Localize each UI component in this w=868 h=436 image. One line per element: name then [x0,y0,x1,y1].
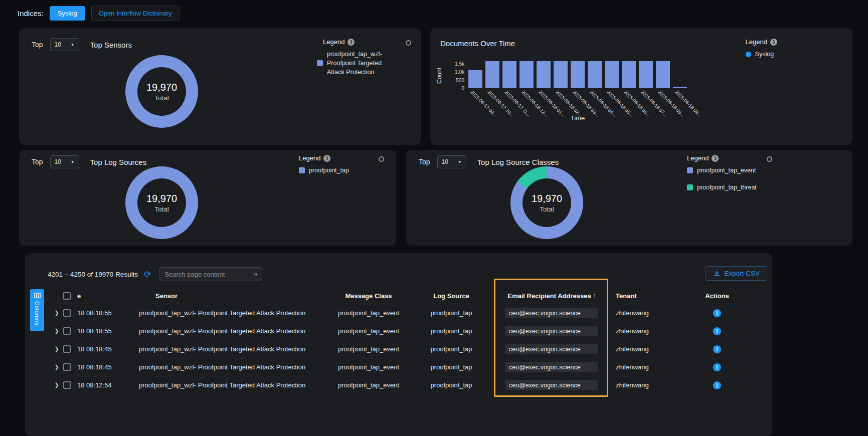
column-header-tenant[interactable]: Tenant [612,292,677,300]
open-interflow-dictionary-button[interactable]: Open Interflow Dictionary [91,6,180,21]
info-icon[interactable]: i [713,309,721,317]
legend-toggle-icon[interactable]: ❯ [348,39,355,46]
search-icon [254,271,258,278]
chevron-down-icon: ▼ [71,43,75,47]
bar [639,61,653,88]
export-csv-button[interactable]: Export CSV [706,266,767,281]
tenant-cell: zhifenwang [612,309,677,317]
donut-total-value: 19,970 [146,82,177,93]
results-summary: 4201 – 4250 of 19970 Results [48,271,138,278]
legend-swatch-icon [687,167,693,173]
columns-button[interactable]: Columns [30,289,44,331]
panel-title: Top Log Sources [90,158,147,166]
tenant-cell: zhifenwang [612,381,677,389]
email-recipient-cell[interactable]: ceo@exec.vogon.science [505,308,598,318]
info-icon[interactable]: i [713,381,721,389]
table-row[interactable]: ❯ 18 08:18:45 proofpoint_tap_wzf- Proofp… [50,340,765,358]
bar-plot-area [468,60,687,88]
legend-label: proofpoint_tap_threat [697,183,757,192]
y-tick-label: 500 [456,78,464,83]
top-count-select[interactable]: 10 ▼ [437,155,466,168]
panel-title: Documents Over Time [430,28,852,48]
expand-chevron-icon[interactable]: ❯ [50,310,63,316]
top-log-sources-donut-chart[interactable]: 19,970 Total [125,166,198,239]
sensor-cell: proofpoint_tap_wzf- Proofpoint Targeted … [135,363,326,371]
indices-label: Indices: [18,9,44,18]
message-class-cell: proofpoint_tap_event [326,381,411,389]
column-header-log-source[interactable]: Log Source [411,292,491,300]
syslog-index-button[interactable]: Syslog [50,6,85,21]
legend-title: Legend [323,38,344,46]
column-header-time[interactable]: e [76,292,135,300]
refresh-icon[interactable]: ⟳ [144,270,151,279]
sensor-cell: proofpoint_tap_wzf- Proofpoint Targeted … [135,381,326,389]
y-axis-label: Count [436,68,443,84]
x-axis-label: Time [468,114,687,122]
email-recipient-cell[interactable]: ceo@exec.vogon.science [505,326,598,336]
legend-item[interactable]: Syslog [746,50,777,59]
y-axis-ticks: 1.5k1.0k5000 [447,60,464,88]
collapse-circle-icon[interactable] [767,156,772,162]
top-label: Top [419,158,430,166]
row-checkbox[interactable] [63,345,71,353]
legend-title: Legend [299,154,320,162]
email-recipient-cell[interactable]: ceo@exec.vogon.science [505,380,598,390]
legend-toggle-icon[interactable]: ❯ [323,155,330,162]
time-cell: 18 08:18:45 [76,345,135,353]
panel-title: Top Log Source Classes [477,158,559,166]
expand-chevron-icon[interactable]: ❯ [50,328,63,334]
row-checkbox[interactable] [63,309,71,317]
info-icon[interactable]: i [713,363,721,371]
expand-chevron-icon[interactable]: ❯ [50,382,63,388]
chevron-down-icon: ▼ [71,160,75,164]
row-checkbox[interactable] [63,363,71,371]
chevron-down-icon: ▼ [458,160,462,164]
top-count-select[interactable]: 10 ▼ [50,38,79,51]
log-source-cell: proofpoint_tap [411,345,491,353]
sort-ascending-icon[interactable]: ↑ [593,292,596,300]
legend-swatch-icon [317,60,323,66]
top-sensors-donut-chart[interactable]: 19,970 Total [125,55,198,128]
legend-toggle-icon[interactable]: ❯ [712,155,719,162]
column-header-message-class[interactable]: Message Class [326,292,411,300]
info-icon[interactable]: i [713,345,721,353]
search-input[interactable] [163,270,254,279]
search-box[interactable] [159,267,262,281]
column-header-sensor[interactable]: Sensor [135,292,326,300]
legend-item[interactable]: proofpoint_tap_event [687,166,757,175]
log-source-cell: proofpoint_tap [411,363,491,371]
bar [588,61,602,88]
info-icon[interactable]: i [713,327,721,335]
log-source-cell: proofpoint_tap [411,327,491,335]
collapse-circle-icon[interactable] [379,156,384,162]
donut-total-label: Total [540,205,554,213]
row-checkbox[interactable] [63,381,71,389]
export-csv-label: Export CSV [724,270,760,277]
table-row[interactable]: ❯ 18 08:12:54 proofpoint_tap_wzf- Proofp… [50,376,765,394]
legend-item[interactable]: proofpoint_tap_wzf-Proofpoint Targeted A… [317,50,403,77]
legend-label: proofpoint_tap [309,166,349,175]
expand-chevron-icon[interactable]: ❯ [50,364,63,370]
table-row[interactable]: ❯ 18 08:18:45 proofpoint_tap_wzf- Proofp… [50,358,765,376]
table-row[interactable]: ❯ 18 08:18:55 proofpoint_tap_wzf- Proofp… [50,304,765,322]
top-sensors-panel: Top 10 ▼ Top Sensors Legend ❯ proofpoint… [19,28,421,145]
email-recipient-cell[interactable]: ceo@exec.vogon.science [505,344,598,354]
row-checkbox[interactable] [63,327,71,335]
top-count-select[interactable]: 10 ▼ [50,155,79,168]
table-row[interactable]: ❯ 18 08:18:55 proofpoint_tap_wzf- Proofp… [50,322,765,340]
top-log-source-classes-donut-chart[interactable]: 19,970 Total [510,166,583,239]
column-header-email-recipient-addresses[interactable]: Email Recipient Addresses ↑ [491,292,612,300]
legend-label: proofpoint_tap_wzf-Proofpoint Targeted A… [327,50,400,77]
results-bar: 4201 – 4250 of 19970 Results ⟳ [48,267,262,281]
top-count-value: 10 [55,41,61,48]
email-recipient-cell[interactable]: ceo@exec.vogon.science [505,362,598,372]
collapse-circle-icon[interactable] [406,40,411,46]
panel-title: Top Sensors [90,41,132,49]
download-icon [713,270,721,277]
legend-item[interactable]: proofpoint_tap_threat [687,183,757,192]
message-class-cell: proofpoint_tap_event [326,309,411,317]
select-all-checkbox[interactable] [63,292,71,300]
expand-chevron-icon[interactable]: ❯ [50,346,63,352]
legend-item[interactable]: proofpoint_tap [299,166,349,175]
legend-toggle-icon[interactable]: ❯ [770,39,777,46]
